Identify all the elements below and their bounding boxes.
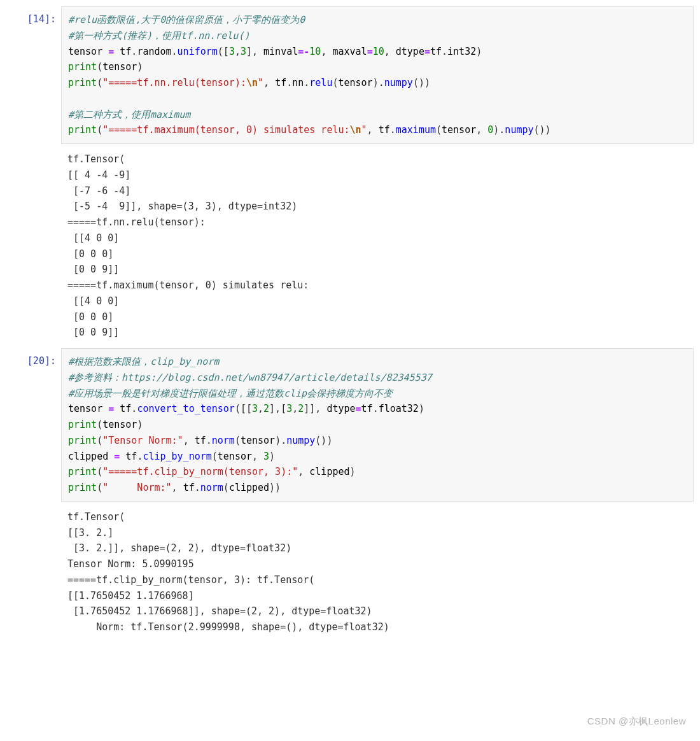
notebook-output-cell: tf.Tensor( [[3. 2.] [3. 2.]], shape=(2, … xyxy=(6,504,694,640)
code-input[interactable]: #relu函数限值,大于0的值保留原值，小于零的值变为0 #第一种方式(推荐)，… xyxy=(61,6,694,144)
code-output: tf.Tensor( [[ 4 -4 -9] [-7 -6 -4] [-5 -4… xyxy=(61,146,694,346)
notebook-cell: [20]: #根据范数来限值，clip_by_norm #参考资料：https:… xyxy=(6,348,694,502)
input-prompt: [20]: xyxy=(6,348,61,502)
notebook-output-cell: tf.Tensor( [[ 4 -4 -9] [-7 -6 -4] [-5 -4… xyxy=(6,146,694,346)
code-output: tf.Tensor( [[3. 2.] [3. 2.]], shape=(2, … xyxy=(61,504,694,640)
code-input[interactable]: #根据范数来限值，clip_by_norm #参考资料：https://blog… xyxy=(61,348,694,502)
input-prompt: [14]: xyxy=(6,6,61,144)
output-prompt xyxy=(6,504,61,640)
notebook-cell: [14]: #relu函数限值,大于0的值保留原值，小于零的值变为0 #第一种方… xyxy=(6,6,694,144)
output-prompt xyxy=(6,146,61,346)
